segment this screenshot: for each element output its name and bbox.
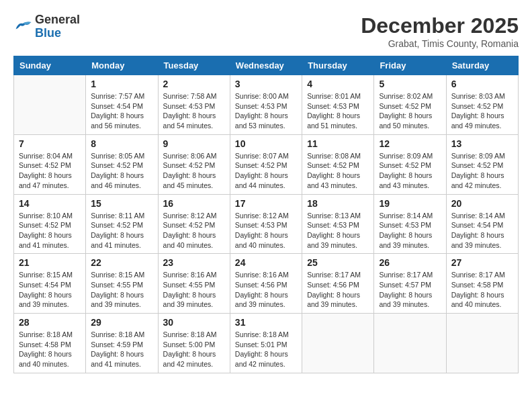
day-info: Sunrise: 8:18 AMSunset: 4:59 PMDaylight:… [91, 330, 152, 369]
calendar-header-row: SundayMondayTuesdayWednesdayThursdayFrid… [14, 56, 519, 75]
calendar-day-cell: 11Sunrise: 8:08 AMSunset: 4:52 PMDayligh… [302, 134, 374, 194]
month-year-title: December 2025 [361, 13, 519, 38]
calendar-day-cell: 8Sunrise: 8:05 AMSunset: 4:52 PMDaylight… [86, 134, 158, 194]
day-info: Sunrise: 8:18 AMSunset: 5:01 PMDaylight:… [235, 330, 297, 369]
day-info: Sunrise: 8:09 AMSunset: 4:52 PMDaylight:… [451, 151, 513, 191]
day-number: 1 [91, 79, 152, 89]
calendar-day-cell: 30Sunrise: 8:18 AMSunset: 5:00 PMDayligh… [158, 314, 230, 373]
day-info: Sunrise: 8:06 AMSunset: 4:52 PMDaylight:… [163, 151, 225, 191]
calendar-day-cell: 4Sunrise: 8:01 AMSunset: 4:53 PMDaylight… [302, 75, 374, 135]
day-of-week-header: Monday [86, 56, 158, 75]
calendar-day-cell: 10Sunrise: 8:07 AMSunset: 4:52 PMDayligh… [230, 134, 302, 194]
day-info: Sunrise: 8:18 AMSunset: 5:00 PMDaylight:… [163, 330, 225, 369]
day-info: Sunrise: 8:01 AMSunset: 4:53 PMDaylight:… [307, 91, 369, 131]
day-of-week-header: Wednesday [230, 56, 302, 75]
day-number: 2 [163, 79, 225, 89]
day-info: Sunrise: 8:07 AMSunset: 4:52 PMDaylight:… [235, 151, 297, 191]
day-info: Sunrise: 8:17 AMSunset: 4:56 PMDaylight:… [307, 270, 369, 310]
day-info: Sunrise: 8:17 AMSunset: 4:58 PMDaylight:… [451, 270, 513, 310]
calendar-day-cell [14, 75, 86, 135]
day-info: Sunrise: 8:14 AMSunset: 4:53 PMDaylight:… [379, 211, 441, 250]
day-number: 9 [163, 138, 225, 149]
day-number: 14 [19, 198, 81, 209]
day-number: 30 [163, 317, 225, 328]
day-number: 24 [235, 257, 297, 268]
calendar-day-cell: 25Sunrise: 8:17 AMSunset: 4:56 PMDayligh… [302, 254, 374, 314]
day-info: Sunrise: 8:16 AMSunset: 4:56 PMDaylight:… [235, 270, 297, 310]
day-of-week-header: Sunday [14, 56, 86, 75]
day-of-week-header: Friday [374, 56, 446, 75]
day-info: Sunrise: 8:00 AMSunset: 4:53 PMDaylight:… [235, 91, 297, 131]
logo-text: General Blue [35, 13, 80, 40]
day-number: 28 [19, 317, 81, 328]
calendar-day-cell: 28Sunrise: 8:18 AMSunset: 4:58 PMDayligh… [14, 314, 86, 373]
calendar-day-cell: 14Sunrise: 8:10 AMSunset: 4:52 PMDayligh… [14, 194, 86, 254]
calendar-day-cell: 29Sunrise: 8:18 AMSunset: 4:59 PMDayligh… [86, 314, 158, 373]
day-of-week-header: Thursday [302, 56, 374, 75]
day-number: 4 [307, 79, 369, 89]
calendar-day-cell: 7Sunrise: 8:04 AMSunset: 4:52 PMDaylight… [14, 134, 86, 194]
calendar-day-cell: 5Sunrise: 8:02 AMSunset: 4:52 PMDaylight… [374, 75, 446, 135]
day-number: 12 [379, 138, 441, 149]
day-info: Sunrise: 8:10 AMSunset: 4:52 PMDaylight:… [19, 211, 81, 250]
calendar-day-cell [374, 314, 446, 373]
day-number: 27 [451, 257, 513, 268]
day-info: Sunrise: 8:14 AMSunset: 4:54 PMDaylight:… [451, 211, 513, 250]
day-info: Sunrise: 8:17 AMSunset: 4:57 PMDaylight:… [379, 270, 441, 310]
day-info: Sunrise: 8:15 AMSunset: 4:54 PMDaylight:… [19, 270, 81, 310]
calendar-day-cell: 18Sunrise: 8:13 AMSunset: 4:53 PMDayligh… [302, 194, 374, 254]
day-number: 22 [91, 257, 152, 268]
day-number: 5 [379, 79, 441, 89]
calendar-day-cell: 1Sunrise: 7:57 AMSunset: 4:54 PMDaylight… [86, 75, 158, 135]
calendar-day-cell: 3Sunrise: 8:00 AMSunset: 4:53 PMDaylight… [230, 75, 302, 135]
calendar-day-cell: 2Sunrise: 7:58 AMSunset: 4:53 PMDaylight… [158, 75, 230, 135]
calendar-day-cell: 13Sunrise: 8:09 AMSunset: 4:52 PMDayligh… [446, 134, 518, 194]
calendar-day-cell [446, 314, 518, 373]
calendar-week-row: 7Sunrise: 8:04 AMSunset: 4:52 PMDaylight… [14, 134, 519, 194]
calendar-day-cell: 21Sunrise: 8:15 AMSunset: 4:54 PMDayligh… [14, 254, 86, 314]
calendar-day-cell: 24Sunrise: 8:16 AMSunset: 4:56 PMDayligh… [230, 254, 302, 314]
day-info: Sunrise: 8:12 AMSunset: 4:52 PMDaylight:… [163, 211, 225, 250]
calendar-day-cell: 15Sunrise: 8:11 AMSunset: 4:52 PMDayligh… [86, 194, 158, 254]
calendar-day-cell: 31Sunrise: 8:18 AMSunset: 5:01 PMDayligh… [230, 314, 302, 373]
day-info: Sunrise: 8:05 AMSunset: 4:52 PMDaylight:… [91, 151, 152, 191]
calendar-day-cell: 26Sunrise: 8:17 AMSunset: 4:57 PMDayligh… [374, 254, 446, 314]
title-section: December 2025 Grabat, Timis County, Roma… [361, 13, 519, 49]
day-info: Sunrise: 8:15 AMSunset: 4:55 PMDaylight:… [91, 270, 152, 310]
calendar-day-cell [302, 314, 374, 373]
calendar-week-row: 28Sunrise: 8:18 AMSunset: 4:58 PMDayligh… [14, 314, 519, 373]
day-number: 6 [451, 79, 513, 89]
calendar-day-cell: 23Sunrise: 8:16 AMSunset: 4:55 PMDayligh… [158, 254, 230, 314]
day-number: 21 [19, 257, 81, 268]
day-info: Sunrise: 8:12 AMSunset: 4:53 PMDaylight:… [235, 211, 297, 250]
calendar-week-row: 14Sunrise: 8:10 AMSunset: 4:52 PMDayligh… [14, 194, 519, 254]
day-info: Sunrise: 8:11 AMSunset: 4:52 PMDaylight:… [91, 211, 152, 250]
calendar-week-row: 21Sunrise: 8:15 AMSunset: 4:54 PMDayligh… [14, 254, 519, 314]
logo: General Blue [13, 13, 80, 40]
day-number: 10 [235, 138, 297, 149]
day-number: 7 [19, 138, 81, 149]
day-number: 25 [307, 257, 369, 268]
calendar-day-cell: 27Sunrise: 8:17 AMSunset: 4:58 PMDayligh… [446, 254, 518, 314]
day-number: 18 [307, 198, 369, 209]
calendar-day-cell: 16Sunrise: 8:12 AMSunset: 4:52 PMDayligh… [158, 194, 230, 254]
calendar-day-cell: 22Sunrise: 8:15 AMSunset: 4:55 PMDayligh… [86, 254, 158, 314]
calendar-day-cell: 19Sunrise: 8:14 AMSunset: 4:53 PMDayligh… [374, 194, 446, 254]
calendar-day-cell: 6Sunrise: 8:03 AMSunset: 4:52 PMDaylight… [446, 75, 518, 135]
day-info: Sunrise: 8:13 AMSunset: 4:53 PMDaylight:… [307, 211, 369, 250]
day-number: 15 [91, 198, 152, 209]
calendar-day-cell: 12Sunrise: 8:09 AMSunset: 4:52 PMDayligh… [374, 134, 446, 194]
day-info: Sunrise: 7:58 AMSunset: 4:53 PMDaylight:… [163, 91, 225, 131]
day-number: 13 [451, 138, 513, 149]
day-number: 23 [163, 257, 225, 268]
calendar-day-cell: 9Sunrise: 8:06 AMSunset: 4:52 PMDaylight… [158, 134, 230, 194]
day-number: 3 [235, 79, 297, 89]
day-number: 29 [91, 317, 152, 328]
page-header: General Blue December 2025 Grabat, Timis… [13, 13, 519, 49]
day-of-week-header: Tuesday [158, 56, 230, 75]
logo-icon [13, 19, 32, 34]
calendar-day-cell: 17Sunrise: 8:12 AMSunset: 4:53 PMDayligh… [230, 194, 302, 254]
day-number: 20 [451, 198, 513, 209]
day-of-week-header: Saturday [446, 56, 518, 75]
day-info: Sunrise: 8:16 AMSunset: 4:55 PMDaylight:… [163, 270, 225, 310]
